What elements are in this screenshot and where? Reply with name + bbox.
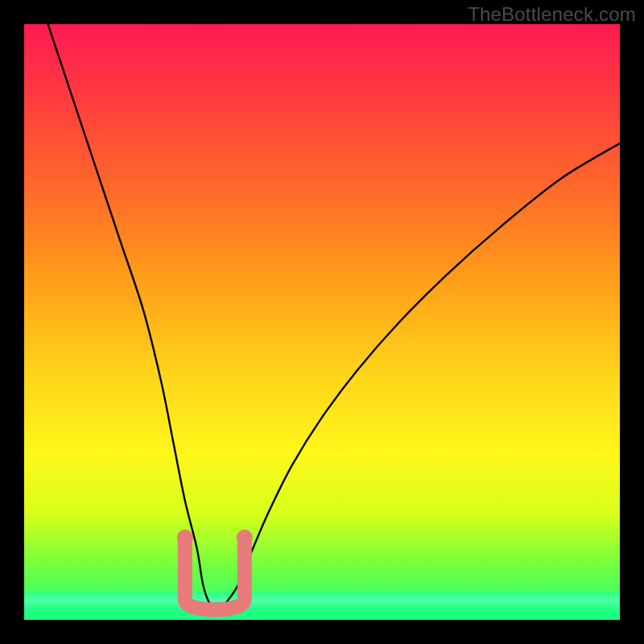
- chart-curve-line: [48, 24, 620, 609]
- chart-highlight-dot-left: [177, 530, 193, 546]
- attribution-text: TheBottleneck.com: [468, 3, 636, 26]
- chart-plot-area: [24, 24, 620, 620]
- chart-highlight-dot-right: [237, 530, 253, 546]
- chart-svg: [24, 24, 620, 620]
- chart-highlight-marker: [185, 543, 245, 609]
